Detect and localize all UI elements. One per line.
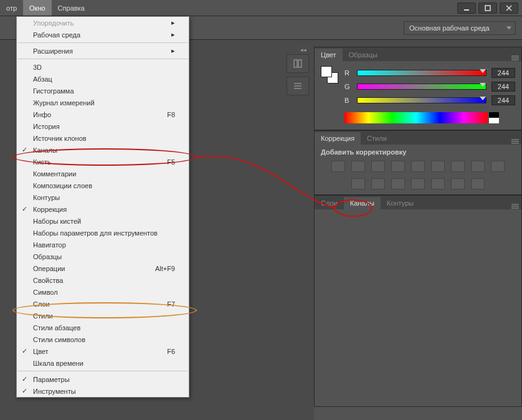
menu-paragraph[interactable]: Абзац [17,73,189,85]
tab-styles[interactable]: Стили [361,132,393,145]
g-slider[interactable] [357,84,486,90]
adj-icon[interactable] [331,161,345,172]
menu-extensions[interactable]: Расширения▸ [17,45,189,57]
tab-channels[interactable]: Каналы [344,197,381,209]
window-menu: Упорядочить▸ Рабочая среда▸ Расширения▸ … [16,16,189,398]
adj-icon[interactable] [351,178,365,189]
menu-brush[interactable]: КистьF5 [17,156,189,168]
fg-bg-swatch[interactable] [321,66,338,84]
menu-layers[interactable]: СлоиF7 [17,298,189,310]
adjustments-grid [315,156,521,194]
menu-comments[interactable]: Комментарии [17,168,189,179]
r-slider[interactable] [357,70,486,76]
color-panel-tabs: Цвет Образцы [315,47,521,61]
menu-history[interactable]: История [17,120,189,132]
adj-icon[interactable] [451,161,465,172]
menu-color[interactable]: ✓ЦветF6 [17,345,189,357]
checkmark-icon: ✓ [22,375,27,383]
menu-3d[interactable]: 3D [17,61,189,73]
menu-brushpresets[interactable]: Наборы кистей [17,215,189,227]
svg-rect-1 [485,6,490,11]
collapsed-panel-dock: ◂◂ [287,47,309,99]
adjust-panel-menu-icon[interactable] [509,138,521,145]
expand-dock-icon[interactable]: ◂◂ [287,47,309,54]
b-value[interactable]: 244 [491,95,515,105]
b-slider[interactable] [357,97,486,103]
color-panel-menu-icon[interactable] [509,55,521,61]
menu-options[interactable]: ✓Параметры [17,373,189,385]
adj-icon[interactable] [431,178,445,189]
tab-swatches[interactable]: Образцы [343,49,384,61]
menu-navigator[interactable]: Навигатор [17,239,189,251]
color-panel: Цвет Образцы R 244 G 244 [314,47,522,130]
adj-icon[interactable] [451,178,465,189]
menu-clone[interactable]: Источник клонов [17,132,189,144]
menu-tools[interactable]: ✓Инструменты [17,385,189,397]
menu-info[interactable]: ИнфоF8 [17,108,189,120]
minimize-button[interactable] [457,2,476,14]
adj-icon[interactable] [471,161,485,172]
menu-workspace[interactable]: Рабочая среда▸ [17,29,189,41]
adj-icon[interactable] [371,178,385,189]
menubar-item-window[interactable]: Окно [23,0,52,16]
r-label: R [344,69,352,77]
adj-icon[interactable] [471,178,485,189]
shortcut: F7 [167,300,175,308]
menu-adjustments[interactable]: ✓Коррекция [17,203,189,215]
adj-icon[interactable] [351,161,365,172]
menu-separator [17,59,188,59]
adj-icon[interactable] [391,178,405,189]
g-label: G [344,83,352,90]
shortcut: Alt+F9 [155,265,175,272]
maximize-button[interactable] [478,2,497,14]
tab-layers[interactable]: Слои [315,197,344,209]
color-spectrum[interactable] [344,112,488,123]
menu-layercomps[interactable]: Композиции слоев [17,179,189,191]
submenu-arrow-icon: ▸ [171,47,175,55]
menu-properties[interactable]: Свойства [17,274,189,286]
menu-symbol[interactable]: Символ [17,286,189,298]
checkmark-icon: ✓ [22,205,27,213]
tab-paths[interactable]: Контуры [381,197,420,209]
menu-timeline[interactable]: Шкала времени [17,357,189,369]
close-button[interactable] [500,2,518,14]
layers-panel-menu-icon[interactable] [509,203,521,209]
adj-icon[interactable] [431,161,445,172]
menu-histogram[interactable]: Гистограмма [17,85,189,97]
menu-channels[interactable]: ✓Каналы [17,144,189,156]
adj-icon[interactable] [411,161,425,172]
panel-icon-1[interactable] [287,54,309,73]
menubar-item-prev[interactable]: отр [0,0,23,16]
menu-paths[interactable]: Контуры [17,191,189,203]
menu-measurelog[interactable]: Журнал измерений [17,97,189,108]
menu-toolpresets[interactable]: Наборы параметров для инструментов [17,227,189,239]
workspace-selector[interactable]: Основная рабочая среда [404,21,516,35]
layers-panel: Слои Каналы Контуры [314,195,522,407]
channels-list [315,209,521,219]
menu-separator [17,42,188,43]
menu-actions[interactable]: ОперацииAlt+F9 [17,262,189,274]
adj-icon[interactable] [391,161,405,172]
menu-styles[interactable]: Стили [17,310,189,322]
menubar: отр Окно Справка [0,0,91,16]
menu-arrange[interactable]: Упорядочить▸ [17,17,189,29]
menu-charstyles[interactable]: Стили символов [17,333,189,345]
r-value[interactable]: 244 [491,68,515,78]
menubar-item-help[interactable]: Справка [52,0,91,16]
g-value[interactable]: 244 [491,82,515,92]
adj-icon[interactable] [411,178,425,189]
panel-icon-2[interactable] [287,77,309,95]
menu-swatches[interactable]: Образцы [17,251,189,262]
fg-color-swatch[interactable] [321,66,332,77]
menu-parastyles[interactable]: Стили абзацев [17,322,189,333]
submenu-arrow-icon: ▸ [171,31,175,39]
submenu-arrow-icon: ▸ [171,19,175,27]
titlebar: отр Окно Справка [0,0,522,16]
shortcut: F6 [167,348,175,355]
b-label: B [344,97,352,104]
adj-icon[interactable] [371,161,385,172]
shortcut: F8 [167,111,175,118]
tab-adjustments[interactable]: Коррекция [315,132,361,145]
adj-icon[interactable] [491,161,505,172]
tab-color[interactable]: Цвет [315,49,343,61]
